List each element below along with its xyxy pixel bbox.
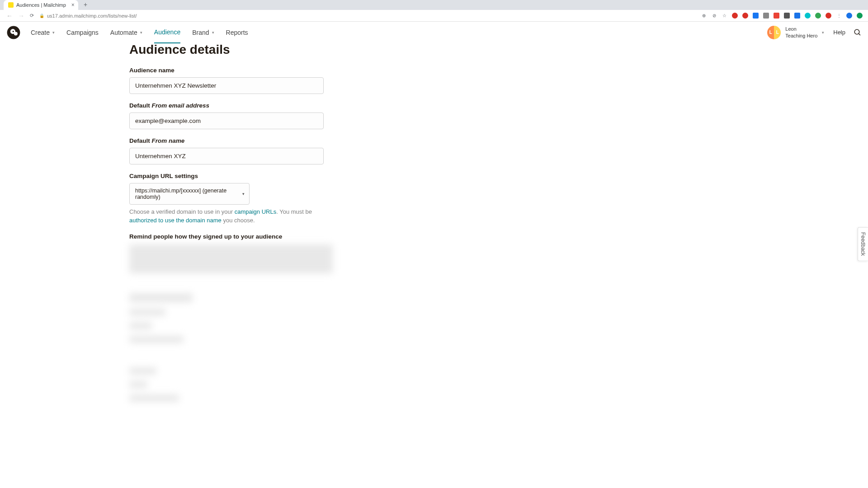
chevron-down-icon: ▾ xyxy=(140,30,142,35)
ext-icon-7[interactable] xyxy=(794,13,800,19)
domain-auth-link[interactable]: authorized to use the domain name xyxy=(129,217,222,224)
blurred-content xyxy=(129,244,333,402)
forward-button[interactable]: → xyxy=(15,12,27,19)
nav-automate-label: Automate xyxy=(110,29,137,36)
ext-icon-1[interactable] xyxy=(732,13,738,19)
svg-point-4 xyxy=(854,29,859,34)
field-from-name: Default From name xyxy=(129,137,868,164)
nav-reports[interactable]: Reports xyxy=(226,22,248,43)
url-field[interactable]: 🔒 us17.admin.mailchimp.com/lists/new-lis… xyxy=(37,13,701,19)
profile-icon[interactable] xyxy=(846,13,852,19)
ext-icon-6[interactable] xyxy=(784,13,790,19)
browser-chrome: Audiences | Mailchimp × + ← → ⟳ 🔒 us17.a… xyxy=(0,0,868,22)
svg-line-5 xyxy=(859,33,860,35)
app-topnav: Create ▾ Campaigns Automate ▾ Audience B… xyxy=(0,22,868,43)
audience-name-input[interactable] xyxy=(129,77,324,94)
audience-name-label: Audience name xyxy=(129,67,868,74)
ext-icon-9[interactable] xyxy=(815,13,821,19)
tab-title: Audiences | Mailchimp xyxy=(16,2,66,8)
chevron-down-icon: ▾ xyxy=(52,30,55,35)
url-select-value: https://mailchi.mp/[xxxxxx] (generate ra… xyxy=(135,188,236,200)
help-link[interactable]: Help xyxy=(833,29,845,36)
ext-icon-2[interactable] xyxy=(742,13,748,19)
url-helper-text: Choose a verified domain to use in your … xyxy=(129,208,324,225)
feedback-tab[interactable]: Feedback xyxy=(858,227,868,261)
mailchimp-logo[interactable] xyxy=(6,25,21,40)
ext-icon-12[interactable] xyxy=(857,13,863,19)
url-settings-label: Campaign URL settings xyxy=(129,173,868,179)
from-name-label-pre: Default xyxy=(129,137,152,144)
account-name: Leon xyxy=(785,26,817,32)
lock-icon: 🔒 xyxy=(39,14,44,18)
chevron-down-icon: ▾ xyxy=(212,30,214,35)
from-email-label-pre: Default xyxy=(129,102,152,109)
account-switcher[interactable]: L L Leon Teaching Hero ▾ xyxy=(767,26,824,39)
search-icon[interactable] xyxy=(854,28,862,37)
url-settings-select[interactable]: https://mailchi.mp/[xxxxxx] (generate ra… xyxy=(129,183,250,205)
remind-label: Remind people how they signed up to your… xyxy=(129,233,868,240)
nav-brand[interactable]: Brand ▾ xyxy=(192,22,214,43)
from-email-input[interactable] xyxy=(129,113,324,129)
ext-icon-11[interactable]: ⋮ xyxy=(836,13,842,19)
new-tab-button[interactable]: + xyxy=(81,1,90,8)
svg-point-3 xyxy=(13,31,14,32)
url-text: us17.admin.mailchimp.com/lists/new-list/ xyxy=(47,13,137,19)
back-button[interactable]: ← xyxy=(4,12,15,19)
url-helper-2: . You must be xyxy=(276,208,312,215)
nav-audience-label: Audience xyxy=(154,28,180,36)
avatar: L L xyxy=(767,26,781,39)
account-text: Leon Teaching Hero xyxy=(785,26,817,39)
from-name-label: Default From name xyxy=(129,137,868,144)
page-title: Audience details xyxy=(129,43,868,57)
zoom-icon[interactable]: ⊘ xyxy=(711,13,717,19)
page-content: Audience details Audience name Default F… xyxy=(0,43,868,408)
bookmark-star-icon[interactable]: ☆ xyxy=(722,13,727,19)
browser-tab[interactable]: Audiences | Mailchimp × xyxy=(4,0,78,10)
avatar-initial-1: L xyxy=(767,26,774,39)
chevron-down-icon: ▾ xyxy=(242,192,245,196)
from-email-label: Default From email address xyxy=(129,102,868,109)
url-helper-1: Choose a verified domain to use in your xyxy=(129,208,235,215)
svg-point-2 xyxy=(14,32,18,35)
ext-icon-8[interactable] xyxy=(805,13,811,19)
tab-favicon xyxy=(8,2,14,8)
address-bar: ← → ⟳ 🔒 us17.admin.mailchimp.com/lists/n… xyxy=(0,10,868,22)
ext-icon-4[interactable] xyxy=(763,13,769,19)
campaign-urls-link[interactable]: campaign URLs xyxy=(235,208,277,215)
avatar-initial-2: L xyxy=(774,26,781,39)
tab-bar: Audiences | Mailchimp × + xyxy=(0,0,868,10)
nav-automate[interactable]: Automate ▾ xyxy=(110,22,142,43)
field-url-settings: Campaign URL settings https://mailchi.mp… xyxy=(129,173,868,225)
field-from-email: Default From email address xyxy=(129,102,868,129)
toolbar-icons: ⊕ ⊘ ☆ ⋮ xyxy=(701,13,864,19)
account-org: Teaching Hero xyxy=(785,33,817,39)
close-icon[interactable]: × xyxy=(71,2,75,8)
url-helper-3: you choose. xyxy=(222,217,255,224)
nav-campaigns-label: Campaigns xyxy=(66,29,99,36)
ext-icon-5[interactable] xyxy=(774,13,779,19)
nav-items: Create ▾ Campaigns Automate ▾ Audience B… xyxy=(31,22,248,43)
from-name-input[interactable] xyxy=(129,148,324,164)
field-remind: Remind people how they signed up to your… xyxy=(129,233,868,240)
translate-icon[interactable]: ⊕ xyxy=(701,13,707,19)
nav-brand-label: Brand xyxy=(192,29,209,36)
nav-create-label: Create xyxy=(31,29,50,36)
nav-audience[interactable]: Audience xyxy=(154,22,180,43)
field-audience-name: Audience name xyxy=(129,67,868,94)
from-name-label-em: From name xyxy=(152,137,185,144)
ext-icon-10[interactable] xyxy=(826,13,831,19)
nav-create[interactable]: Create ▾ xyxy=(31,22,55,43)
from-email-label-em: From email address xyxy=(152,102,210,109)
chevron-down-icon: ▾ xyxy=(822,30,824,35)
nav-campaigns[interactable]: Campaigns xyxy=(66,22,99,43)
reload-button[interactable]: ⟳ xyxy=(27,13,37,19)
nav-reports-label: Reports xyxy=(226,29,248,36)
ext-icon-3[interactable] xyxy=(753,13,759,19)
